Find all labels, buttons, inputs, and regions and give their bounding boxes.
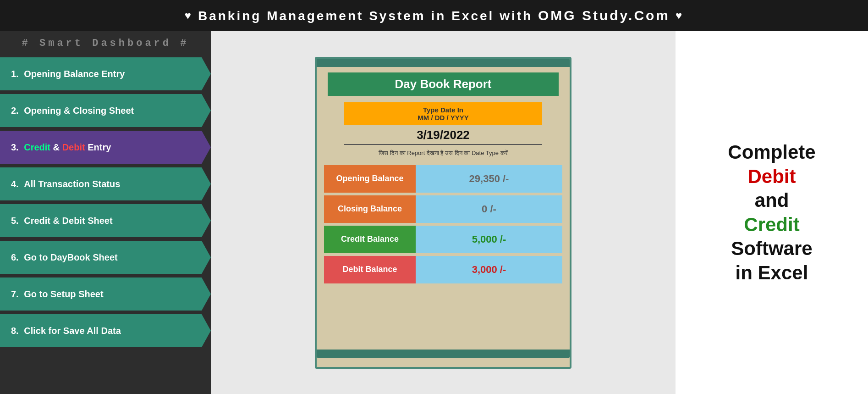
sidebar-title: # Smart Dashboard # [0, 31, 211, 55]
debit-balance-value: 3,000 /- [416, 256, 562, 283]
promo-line6: in Excel [728, 261, 815, 285]
promo-line2: Debit [728, 165, 815, 189]
nav-item-1[interactable]: 1. Opening Balance Entry [0, 57, 211, 90]
closing-balance-value: 0 /- [416, 195, 562, 223]
nav-item-8[interactable]: 8. Click for Save All Data [0, 314, 211, 347]
nav-btn-6[interactable]: 6. Go to DayBook Sheet [0, 241, 211, 274]
credit-balance-row: Credit Balance 5,000 /- [324, 226, 562, 253]
debit-balance-row: Debit Balance 3,000 /- [324, 256, 562, 283]
date-value[interactable]: 3/19/2022 [344, 128, 542, 145]
heart-left-icon: ♥ [185, 9, 192, 22]
header-bar: ♥ Banking Management System in Excel wit… [0, 0, 868, 31]
closing-balance-row: Closing Balance 0 /- [324, 195, 562, 223]
promo-line5: Software [728, 237, 815, 261]
opening-balance-value: 29,350 /- [416, 165, 562, 193]
header-title: Banking Management System in Excel with … [198, 8, 670, 23]
nav-item-4[interactable]: 4. All Transaction Status [0, 167, 211, 200]
report-title: Day Book Report [328, 72, 559, 96]
promo-line3: and [728, 189, 815, 213]
right-panel: Complete Debit and Credit Software in Ex… [676, 31, 868, 394]
credit-balance-label: Credit Balance [324, 226, 416, 253]
nav-btn-8[interactable]: 8. Click for Save All Data [0, 314, 211, 347]
date-label-line2: MM / DD / YYYY [350, 114, 537, 122]
promo-line4: Credit [728, 213, 815, 237]
nav-item-7[interactable]: 7. Go to Setup Sheet [0, 277, 211, 311]
promo-line1: Complete [728, 140, 815, 165]
nav-item-3[interactable]: 3. Credit & Debit Entry [0, 131, 211, 164]
heart-right-icon: ♥ [676, 9, 683, 22]
center-panel: Day Book Report Type Date In MM / DD / Y… [211, 31, 676, 394]
nav-btn-7[interactable]: 7. Go to Setup Sheet [0, 277, 211, 311]
closing-balance-label: Closing Balance [324, 195, 416, 223]
nav-btn-5[interactable]: 5. Credit & Debit Sheet [0, 204, 211, 237]
debit-balance-label: Debit Balance [324, 256, 416, 283]
nav-btn-1[interactable]: 1. Opening Balance Entry [0, 57, 211, 90]
date-input-box[interactable]: Type Date In MM / DD / YYYY [344, 102, 542, 125]
sidebar: # Smart Dashboard # 1. Opening Balance E… [0, 31, 211, 394]
report-card: Day Book Report Type Date In MM / DD / Y… [315, 57, 571, 369]
nav-item-6[interactable]: 6. Go to DayBook Sheet [0, 241, 211, 274]
scroll-top-bar [317, 59, 570, 67]
nav-btn-2[interactable]: 2. Opening & Closing Sheet [0, 94, 211, 127]
opening-balance-label: Opening Balance [324, 165, 416, 193]
date-label-line1: Type Date In [350, 106, 537, 114]
nav-btn-3[interactable]: 3. Credit & Debit Entry [0, 131, 211, 164]
main-layout: # Smart Dashboard # 1. Opening Balance E… [0, 31, 868, 394]
nav-item-2[interactable]: 2. Opening & Closing Sheet [0, 94, 211, 127]
scroll-bottom-bar [317, 350, 570, 358]
opening-balance-row: Opening Balance 29,350 /- [324, 165, 562, 193]
promo-text: Complete Debit and Credit Software in Ex… [728, 140, 815, 285]
nav-btn-4[interactable]: 4. All Transaction Status [0, 167, 211, 200]
nav-item-5[interactable]: 5. Credit & Debit Sheet [0, 204, 211, 237]
report-rows: Opening Balance 29,350 /- Closing Balanc… [324, 165, 562, 283]
credit-balance-value: 5,000 /- [416, 226, 562, 253]
date-hint: जिस दिन का Report देखना है उस दिन का Dat… [326, 150, 560, 157]
